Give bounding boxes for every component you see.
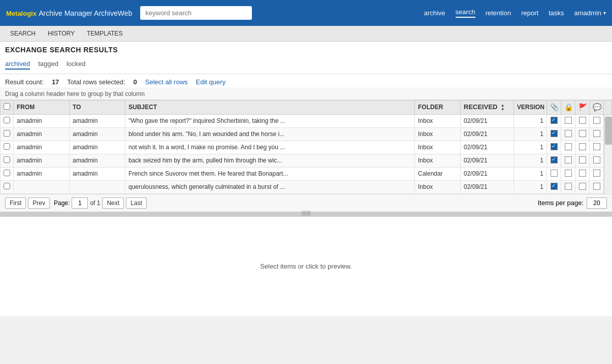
table-row[interactable]: amadminamadminFrench since Suvorov met t… xyxy=(1,167,612,180)
filter-tab-locked[interactable]: locked xyxy=(67,59,86,70)
table-row[interactable]: amadminamadminblood under his arm. "No, … xyxy=(1,127,612,141)
table-header-row: FROM TO SUBJECT FOLDER RECEIVED ▲▼ VERSI… xyxy=(1,101,612,115)
table-cell: 1 xyxy=(514,141,547,154)
table-cell: Inbox xyxy=(415,127,461,141)
page-title: EXCHANGE SEARCH RESULTS xyxy=(0,42,612,57)
nav-links: archive search retention report tasks am… xyxy=(424,8,606,18)
th-subject[interactable]: SUBJECT xyxy=(125,101,415,115)
row-checkbox[interactable] xyxy=(4,130,10,137)
filter-tab-archived[interactable]: archived xyxy=(5,59,30,70)
table-row[interactable]: querulousness, which generally culminate… xyxy=(1,180,612,193)
row-checkbox[interactable] xyxy=(4,156,10,163)
rows-selected-count: 0 xyxy=(134,78,137,86)
items-per-page-input[interactable] xyxy=(587,197,607,209)
table-cell: amadmin xyxy=(14,154,70,167)
th-lock[interactable]: 🔒 xyxy=(561,101,575,115)
table-cell: not wish it. In a word, I make no promis… xyxy=(125,141,415,154)
table-cell xyxy=(561,114,575,127)
sub-nav: SEARCH HISTORY TEMPLATES xyxy=(0,26,612,42)
table-cell: 02/09/21 xyxy=(461,180,514,193)
edit-query-link[interactable]: Edit query xyxy=(196,78,226,86)
th-flag[interactable]: 🚩 xyxy=(575,101,590,115)
th-from[interactable]: FROM xyxy=(14,101,70,115)
row-checkbox[interactable] xyxy=(4,143,10,150)
brand-appname: Archive Manager ArchiveWeb xyxy=(39,9,132,17)
table-cell[interactable] xyxy=(1,141,14,154)
table-cell: blood under his arm. "No, I am wounded a… xyxy=(125,127,415,141)
table-cell xyxy=(547,114,561,127)
th-received[interactable]: RECEIVED ▲▼ xyxy=(461,101,514,115)
row-checkbox[interactable] xyxy=(4,170,10,176)
last-button[interactable]: Last xyxy=(126,197,147,209)
th-check[interactable] xyxy=(1,101,14,115)
table-cell: "Who gave the report?" inquired Shcherbi… xyxy=(125,114,415,127)
brand-metalogix: Metalogix xyxy=(6,10,37,17)
th-version[interactable]: VERSION xyxy=(514,101,547,115)
table-cell[interactable] xyxy=(1,180,14,193)
lock-icon: 🔒 xyxy=(564,103,573,111)
table-cell: amadmin xyxy=(14,167,70,180)
filter-tab-tagged[interactable]: tagged xyxy=(38,59,58,70)
items-per-page: Items per page: xyxy=(538,197,607,209)
table-cell: amadmin xyxy=(14,141,70,154)
first-button[interactable]: First xyxy=(5,197,26,209)
table-wrapper: FROM TO SUBJECT FOLDER RECEIVED ▲▼ VERSI… xyxy=(0,100,612,194)
th-folder[interactable]: FOLDER xyxy=(415,101,461,115)
table-cell: amadmin xyxy=(14,114,70,127)
chevron-down-icon: ▾ xyxy=(603,10,606,16)
result-count-label: Result count: xyxy=(5,78,44,86)
subnav-templates[interactable]: TEMPLATES xyxy=(81,26,128,41)
nav-amadmin[interactable]: amadmin ▾ xyxy=(574,9,606,17)
select-all-link[interactable]: Select all rows xyxy=(145,78,188,86)
nav-tasks[interactable]: tasks xyxy=(549,9,564,17)
nav-retention[interactable]: retention xyxy=(486,9,511,17)
table-cell xyxy=(547,167,561,180)
table-cell[interactable] xyxy=(1,167,14,180)
result-count: 17 xyxy=(52,78,59,86)
drag-hint: Drag a column header here to group by th… xyxy=(0,88,612,100)
table-cell[interactable] xyxy=(1,127,14,141)
th-to[interactable]: TO xyxy=(70,101,125,115)
table-cell: French since Suvorov met them. He feared… xyxy=(125,167,415,180)
table-cell: 1 xyxy=(514,154,547,167)
brand: Metalogix Archive Manager ArchiveWeb xyxy=(6,9,132,17)
result-info: Result count: 17 Total rows selected: 0 … xyxy=(0,74,612,88)
table-row[interactable]: amadminamadminback seized him by the arm… xyxy=(1,154,612,167)
th-scroll xyxy=(604,101,612,115)
th-comment[interactable]: 💬 xyxy=(590,101,604,115)
search-input[interactable] xyxy=(140,6,252,20)
table-cell: 1 xyxy=(514,180,547,193)
table-cell xyxy=(14,180,70,193)
th-attach[interactable]: 📎 xyxy=(547,101,561,115)
subnav-history[interactable]: HISTORY xyxy=(42,26,81,41)
table-row[interactable]: amadminamadminnot wish it. In a word, I … xyxy=(1,141,612,154)
nav-report[interactable]: report xyxy=(521,9,538,17)
table-cell: 1 xyxy=(514,167,547,180)
attach-icon: 📎 xyxy=(550,103,559,111)
prev-button[interactable]: Prev xyxy=(28,197,50,209)
table-cell: 02/09/21 xyxy=(461,114,514,127)
table-cell[interactable] xyxy=(1,154,14,167)
table-cell[interactable] xyxy=(1,114,14,127)
next-button[interactable]: Next xyxy=(102,197,124,209)
subnav-search[interactable]: SEARCH xyxy=(4,26,42,41)
table-cell: 02/09/21 xyxy=(461,141,514,154)
table-cell xyxy=(547,154,561,167)
table-cell xyxy=(590,114,604,127)
table-cell xyxy=(561,127,575,141)
scrollbar-thumb[interactable] xyxy=(605,117,612,145)
table-cell xyxy=(575,141,590,154)
table-cell xyxy=(561,167,575,180)
table-cell: amadmin xyxy=(70,114,125,127)
nav-search[interactable]: search xyxy=(456,8,475,18)
page-input[interactable] xyxy=(72,197,88,209)
row-checkbox[interactable] xyxy=(4,183,10,189)
scrollbar-track[interactable] xyxy=(604,115,612,194)
row-checkbox[interactable] xyxy=(4,117,10,123)
select-all-checkbox[interactable] xyxy=(4,103,10,110)
table-cell xyxy=(590,167,604,180)
table-row[interactable]: amadminamadmin"Who gave the report?" inq… xyxy=(1,114,612,127)
table-cell xyxy=(561,141,575,154)
nav-archive[interactable]: archive xyxy=(424,9,445,17)
table-cell xyxy=(575,127,590,141)
